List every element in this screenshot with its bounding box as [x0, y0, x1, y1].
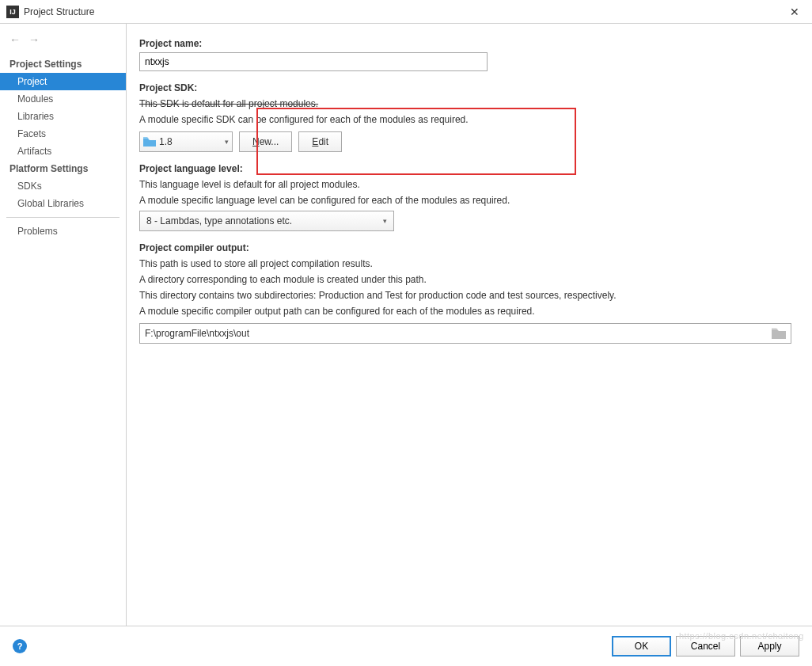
- language-level-dropdown[interactable]: 8 - Lambdas, type annotations etc. ▾: [139, 211, 394, 231]
- sidebar-separator: [6, 217, 120, 218]
- lang-desc-1: This language level is default for all p…: [139, 177, 796, 192]
- nav-back-icon[interactable]: ←: [9, 33, 21, 46]
- dialog-footer: ? OK Cancel Apply: [0, 626, 812, 665]
- language-level-value: 8 - Lambdas, type annotations etc.: [146, 215, 292, 226]
- section-project-settings: Project Settings: [0, 55, 126, 73]
- section-platform-settings: Platform Settings: [0, 160, 126, 177]
- project-name-label: Project name:: [139, 38, 796, 49]
- chevron-down-icon: ▾: [225, 138, 229, 146]
- apply-button[interactable]: Apply: [740, 636, 799, 656]
- language-level-label: Project language level:: [139, 163, 796, 174]
- browse-folder-icon[interactable]: [772, 328, 786, 339]
- sidebar-item-sdks[interactable]: SDKs: [0, 177, 126, 195]
- sidebar-item-facets[interactable]: Facets: [0, 125, 126, 143]
- sidebar-item-libraries[interactable]: Libraries: [0, 108, 126, 125]
- sdk-desc-1: This SDK is default for all project modu…: [139, 97, 796, 111]
- sidebar-item-problems[interactable]: Problems: [0, 223, 126, 240]
- project-sdk-label: Project SDK:: [139, 82, 796, 93]
- new-sdk-button[interactable]: New...: [239, 131, 292, 152]
- out-desc-3: This directory contains two subdirectori…: [139, 288, 796, 303]
- ok-button[interactable]: OK: [612, 636, 671, 656]
- folder-icon: [143, 137, 156, 147]
- lang-desc-2: A module specific language level can be …: [139, 193, 796, 207]
- compiler-output-value: F:\programFile\ntxxjs\out: [145, 328, 772, 339]
- close-icon[interactable]: ✕: [784, 2, 806, 21]
- sidebar-item-project[interactable]: Project: [0, 73, 126, 90]
- chevron-down-icon: ▾: [383, 217, 387, 225]
- window-title: Project Structure: [24, 6, 94, 17]
- titlebar: IJ Project Structure ✕: [0, 0, 812, 24]
- sdk-value: 1.8: [159, 136, 173, 147]
- out-desc-2: A directory corresponding to each module…: [139, 272, 796, 287]
- nav-forward-icon[interactable]: →: [28, 33, 40, 46]
- out-desc-1: This path is used to store all project c…: [139, 257, 796, 271]
- compiler-output-input[interactable]: F:\programFile\ntxxjs\out: [139, 323, 791, 344]
- project-name-input[interactable]: [139, 52, 488, 71]
- compiler-output-label: Project compiler output:: [139, 242, 796, 253]
- help-icon[interactable]: ?: [13, 639, 27, 653]
- cancel-button[interactable]: Cancel: [676, 636, 735, 656]
- out-desc-4: A module specific compiler output path c…: [139, 304, 796, 318]
- sidebar: ← → Project Settings Project Modules Lib…: [0, 24, 127, 626]
- edit-sdk-button[interactable]: Edit: [298, 131, 342, 152]
- sdk-dropdown[interactable]: 1.8 ▾: [139, 131, 233, 152]
- app-icon: IJ: [6, 6, 19, 18]
- sidebar-item-artifacts[interactable]: Artifacts: [0, 143, 126, 160]
- content-area: Project name: Project SDK: This SDK is d…: [127, 24, 812, 626]
- sidebar-item-global-libraries[interactable]: Global Libraries: [0, 195, 126, 212]
- sidebar-item-modules[interactable]: Modules: [0, 90, 126, 108]
- sdk-desc-2: A module specific SDK can be configured …: [139, 112, 796, 127]
